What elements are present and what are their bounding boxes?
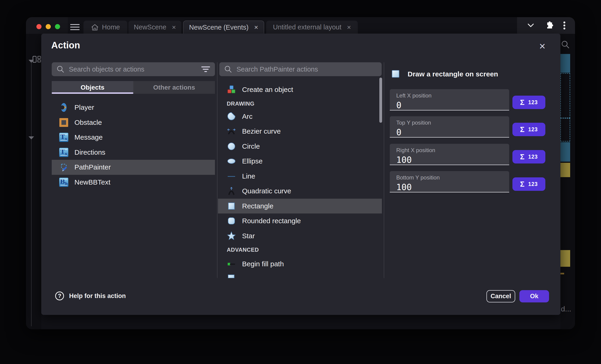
tab-close-icon[interactable]: × bbox=[172, 24, 176, 31]
rounded-rectangle-icon bbox=[227, 216, 236, 226]
tab-untitled-external-layout[interactable]: Untitled external layout × bbox=[266, 21, 358, 34]
titlebar-actions bbox=[517, 17, 575, 34]
events-search-icon[interactable] bbox=[561, 40, 570, 49]
action-dialog: Action × Objects Other actions Player Ob… bbox=[41, 34, 561, 315]
arc-icon bbox=[227, 112, 236, 121]
ok-button[interactable]: Ok bbox=[519, 290, 549, 302]
selected-action-title: Draw a rectangle on screen bbox=[408, 70, 498, 78]
expression-editor-button[interactable]: Σ 123 bbox=[512, 123, 545, 136]
tab-close-icon[interactable]: × bbox=[347, 24, 351, 31]
clipped-event-text: d... bbox=[561, 305, 571, 313]
event-drop-zone[interactable] bbox=[561, 73, 570, 118]
field-label: Right X position bbox=[396, 147, 509, 153]
tab-label: Home bbox=[102, 23, 120, 31]
tab-label: NewScene bbox=[134, 23, 166, 31]
event-tree-line bbox=[31, 62, 31, 326]
tab-objects[interactable]: Objects bbox=[52, 81, 133, 94]
expression-editor-button[interactable]: Σ 123 bbox=[512, 96, 545, 109]
expression-editor-button[interactable]: Σ 123 bbox=[512, 177, 545, 191]
cancel-button[interactable]: Cancel bbox=[486, 290, 515, 302]
events-editor-left-strip bbox=[26, 34, 41, 329]
list-item-message[interactable]: Tx Message bbox=[52, 130, 215, 145]
app-window: d... Home NewScene × NewScene (Events) ×… bbox=[26, 17, 575, 329]
search-icon bbox=[56, 65, 65, 73]
tab-label: Untitled external layout bbox=[273, 23, 341, 31]
tab-home[interactable]: Home bbox=[83, 21, 127, 34]
player-icon bbox=[59, 103, 68, 112]
list-item-newbbtext[interactable]: Bb NewBBText bbox=[52, 175, 215, 190]
field-label: Left X position bbox=[396, 92, 509, 99]
chevron-down-icon[interactable] bbox=[527, 22, 535, 29]
filter-icon[interactable] bbox=[201, 66, 210, 72]
list-item-player[interactable]: Player bbox=[52, 100, 215, 115]
action-item-ellipse[interactable]: Ellipse bbox=[218, 154, 382, 169]
bezier-curve-icon bbox=[227, 127, 236, 136]
action-item-rounded-rectangle[interactable]: Rounded rectangle bbox=[218, 213, 382, 229]
expression-editor-button[interactable]: Σ 123 bbox=[512, 150, 545, 163]
tab-other-actions[interactable]: Other actions bbox=[133, 81, 215, 94]
list-item-pathpainter[interactable]: PathPainter bbox=[52, 160, 215, 175]
tab-newscene-events[interactable]: NewScene (Events) × bbox=[183, 21, 264, 34]
action-item-create-object[interactable]: Create an object bbox=[218, 82, 382, 97]
event-expander-icon[interactable] bbox=[29, 136, 34, 139]
star-icon bbox=[227, 231, 236, 240]
help-icon: ? bbox=[55, 292, 64, 300]
event-block bbox=[561, 273, 564, 274]
kebab-menu-icon[interactable] bbox=[563, 21, 566, 30]
field-label: Top Y position bbox=[396, 119, 509, 126]
sigma-icon: Σ bbox=[520, 125, 524, 134]
action-item-begin-fill-path[interactable]: Begin fill path bbox=[218, 257, 382, 272]
action-item-clipped[interactable] bbox=[218, 272, 382, 278]
line-icon bbox=[227, 172, 236, 181]
actions-list: Create an object DRAWING Arc Bezier curv… bbox=[218, 82, 382, 278]
field-right-x[interactable]: Right X position 100 bbox=[390, 144, 509, 165]
extensions-puzzle-icon[interactable] bbox=[544, 21, 553, 30]
circle-icon bbox=[227, 142, 236, 151]
field-top-y[interactable]: Top Y position 0 bbox=[390, 116, 509, 138]
zoom-window-button[interactable] bbox=[55, 24, 60, 29]
field-value: 100 bbox=[396, 182, 509, 192]
main-menu-icon[interactable] bbox=[70, 24, 80, 30]
panel-divider bbox=[217, 62, 218, 278]
event-expander-icon[interactable] bbox=[29, 60, 34, 63]
path-painter-icon bbox=[59, 163, 68, 172]
field-value: 0 bbox=[396, 100, 509, 110]
objects-search-input[interactable] bbox=[69, 66, 197, 73]
action-item-quadratic-curve[interactable]: Quadratic curve bbox=[218, 184, 382, 199]
actions-search-box bbox=[219, 62, 382, 76]
minimize-window-button[interactable] bbox=[46, 24, 51, 29]
begin-fill-path-icon bbox=[227, 259, 236, 268]
create-object-icon bbox=[227, 85, 236, 94]
bbtext-icon: Bb bbox=[59, 178, 68, 187]
tab-newscene[interactable]: NewScene × bbox=[129, 21, 181, 34]
objects-list: Player Obstacle Tx Message Tx Directions… bbox=[52, 100, 215, 190]
event-drop-zone[interactable] bbox=[561, 118, 570, 142]
event-block[interactable] bbox=[561, 163, 570, 177]
help-link[interactable]: ? Help for this action bbox=[55, 292, 126, 300]
clipped-action-icon bbox=[227, 274, 236, 278]
action-item-circle[interactable]: Circle bbox=[218, 139, 382, 154]
text-object-icon: Tx bbox=[59, 148, 68, 157]
tab-close-icon[interactable]: × bbox=[254, 24, 258, 31]
action-item-arc[interactable]: Arc bbox=[218, 109, 382, 124]
actions-search-input[interactable] bbox=[237, 66, 377, 73]
dialog-close-icon[interactable]: × bbox=[537, 40, 548, 52]
action-item-rectangle[interactable]: Rectangle bbox=[218, 199, 382, 214]
list-item-directions[interactable]: Tx Directions bbox=[52, 145, 215, 160]
sigma-icon: Σ bbox=[520, 98, 524, 107]
field-bottom-y[interactable]: Bottom Y position 100 bbox=[390, 171, 509, 192]
action-item-line[interactable]: Line bbox=[218, 169, 382, 184]
actions-list-scrollbar[interactable] bbox=[379, 77, 382, 123]
action-item-star[interactable]: Star bbox=[218, 229, 382, 244]
event-block[interactable] bbox=[561, 142, 570, 162]
event-block[interactable] bbox=[561, 250, 570, 267]
tab-label: NewScene (Events) bbox=[189, 24, 249, 31]
close-window-button[interactable] bbox=[36, 24, 41, 29]
field-left-x[interactable]: Left X position 0 bbox=[390, 89, 509, 110]
action-item-bezier-curve[interactable]: Bezier curve bbox=[218, 124, 382, 139]
field-value: 100 bbox=[396, 155, 509, 165]
event-block[interactable] bbox=[561, 54, 570, 73]
list-item-obstacle[interactable]: Obstacle bbox=[52, 115, 215, 130]
traffic-light-zone bbox=[26, 17, 68, 34]
obstacle-icon bbox=[59, 118, 68, 127]
